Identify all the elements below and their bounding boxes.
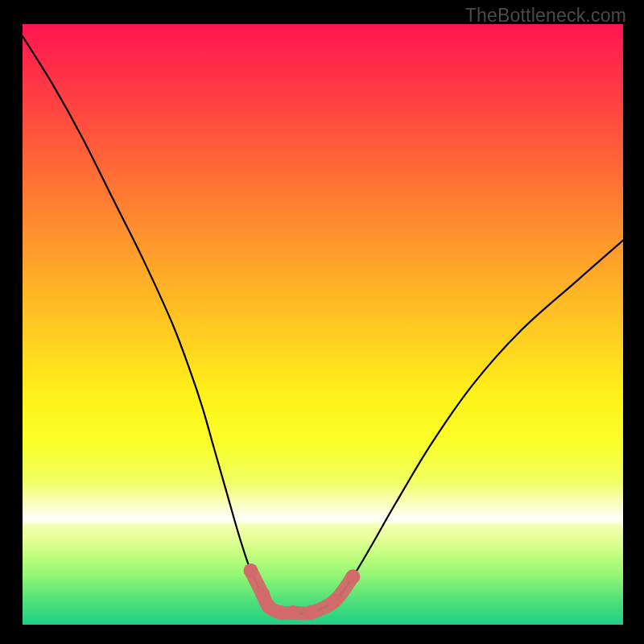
marker-dot <box>244 564 258 578</box>
marker-dot <box>286 605 300 620</box>
marker-dot <box>328 593 342 608</box>
watermark-text: TheBottleneck.com <box>465 5 626 27</box>
curve-layer <box>23 24 623 625</box>
marker-dot <box>345 569 360 584</box>
bottleneck-curve <box>23 36 623 613</box>
plot-area <box>23 24 623 625</box>
minimum-region-markers <box>244 564 361 620</box>
marker-dot <box>303 605 318 620</box>
chart-frame: TheBottleneck.com <box>0 0 644 644</box>
